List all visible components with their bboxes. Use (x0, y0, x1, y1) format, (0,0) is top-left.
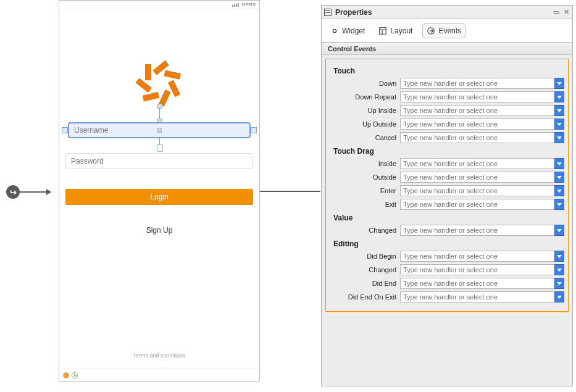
tab-events[interactable]: Events (422, 23, 465, 38)
events-groups: TouchDownDown RepeatUp InsideUp OutsideC… (325, 59, 569, 312)
connector-line (260, 191, 320, 192)
event-handler-combo[interactable] (400, 172, 564, 183)
event-label: Exit (330, 201, 396, 208)
event-handler-input[interactable] (400, 91, 554, 102)
event-group-title: Touch Drag (333, 147, 564, 156)
ok-dot-icon[interactable] (72, 372, 78, 378)
link-icon (330, 27, 339, 35)
event-handler-combo[interactable] (400, 251, 564, 262)
event-handler-input[interactable] (400, 185, 554, 196)
tab-layout[interactable]: Layout (375, 24, 416, 38)
event-handler-input[interactable] (400, 278, 554, 289)
event-handler-combo[interactable] (400, 225, 564, 236)
warning-dot-icon[interactable] (63, 372, 69, 378)
event-handler-input[interactable] (400, 132, 554, 143)
event-handler-input[interactable] (400, 78, 554, 89)
entry-arrow-line (20, 191, 51, 193)
event-row: Did End On Exit (330, 291, 564, 302)
event-handler-combo[interactable] (400, 91, 564, 102)
event-row: Down Repeat (330, 91, 564, 102)
properties-panel: Properties ▭ ✕ Widget Layout Events Cont… (321, 5, 573, 386)
signal-icon (232, 3, 239, 7)
event-row: Changed (330, 264, 564, 275)
network-label: GPRS (241, 2, 256, 7)
chevron-down-icon[interactable] (554, 278, 564, 289)
chevron-down-icon[interactable] (554, 158, 564, 169)
event-row: Cancel (330, 132, 564, 143)
event-label: Up Inside (330, 107, 396, 114)
tab-events-label: Events (438, 27, 461, 35)
event-handler-combo[interactable] (400, 199, 564, 210)
event-handler-combo[interactable] (400, 78, 564, 89)
selection-handle-left[interactable] (62, 127, 68, 133)
event-handler-combo[interactable] (400, 185, 564, 196)
event-handler-input[interactable] (400, 251, 554, 262)
event-label: Cancel (330, 134, 396, 141)
entry-arrow: ↪ (6, 185, 51, 199)
event-label: Down Repeat (330, 93, 396, 101)
event-label: Enter (330, 187, 396, 194)
event-row: Outside (330, 172, 564, 183)
layout-icon (378, 27, 387, 35)
chevron-down-icon[interactable] (554, 264, 564, 275)
chevron-down-icon[interactable] (554, 251, 564, 262)
signup-link[interactable]: Sign Up (146, 226, 173, 235)
panel-tabs: Widget Layout Events (322, 19, 572, 43)
event-handler-combo[interactable] (400, 105, 564, 116)
event-row: Up Inside (330, 105, 564, 116)
event-handler-combo[interactable] (400, 132, 564, 143)
event-label: Did Begin (330, 252, 396, 260)
event-row: Did End (330, 278, 564, 289)
event-label: Up Outside (330, 120, 396, 128)
event-label: Down (330, 80, 396, 87)
event-handler-combo[interactable] (400, 264, 564, 275)
chevron-down-icon[interactable] (554, 199, 564, 210)
chevron-down-icon[interactable] (554, 78, 564, 89)
username-field-selected[interactable] (65, 122, 253, 138)
event-handler-input[interactable] (400, 225, 554, 236)
chevron-down-icon[interactable] (554, 185, 564, 196)
chevron-down-icon[interactable] (554, 91, 564, 102)
chevron-down-icon[interactable] (554, 291, 564, 302)
event-handler-input[interactable] (400, 119, 554, 130)
selection-handle-right[interactable] (251, 127, 257, 133)
event-handler-input[interactable] (400, 264, 554, 275)
events-icon (427, 27, 435, 35)
event-group-title: Editing (333, 240, 564, 248)
chevron-down-icon[interactable] (554, 132, 564, 143)
phone-statusbar: GPRS (59, 1, 259, 9)
control-events-title: Control Events (328, 45, 376, 52)
layout-guide-lock (159, 138, 160, 148)
entry-arrow-circle: ↪ (6, 185, 20, 199)
properties-icon (324, 9, 332, 16)
panel-minimize-button[interactable]: ▭ (553, 9, 560, 16)
selection-handle-center[interactable] (157, 128, 162, 133)
app-logo (138, 62, 181, 105)
event-handler-combo[interactable] (400, 158, 564, 169)
password-input[interactable] (65, 153, 253, 169)
chevron-down-icon[interactable] (554, 225, 564, 236)
chevron-down-icon[interactable] (554, 119, 564, 130)
panel-close-button[interactable]: ✕ (562, 9, 570, 16)
event-handler-input[interactable] (400, 199, 554, 210)
login-button[interactable]: Login (65, 189, 253, 205)
event-handler-input[interactable] (400, 158, 554, 169)
event-label: Changed (330, 266, 396, 273)
tab-widget-label: Widget (342, 27, 365, 35)
event-handler-combo[interactable] (400, 278, 564, 289)
event-handler-combo[interactable] (400, 119, 564, 130)
event-label: Changed (330, 227, 396, 234)
chevron-down-icon[interactable] (554, 172, 564, 183)
event-handler-input[interactable] (400, 172, 554, 183)
event-handler-input[interactable] (400, 291, 554, 302)
event-row: Up Outside (330, 119, 564, 130)
event-label: Inside (330, 160, 396, 167)
phone-canvas: GPRS Login Sign Up Terms and conditions (59, 0, 260, 382)
event-label: Did End On Exit (330, 293, 396, 301)
event-handler-combo[interactable] (400, 291, 564, 302)
terms-link[interactable]: Terms and conditions (133, 352, 185, 359)
event-label: Did End (330, 280, 396, 287)
event-handler-input[interactable] (400, 105, 554, 116)
chevron-down-icon[interactable] (554, 105, 564, 116)
tab-widget[interactable]: Widget (327, 24, 369, 38)
